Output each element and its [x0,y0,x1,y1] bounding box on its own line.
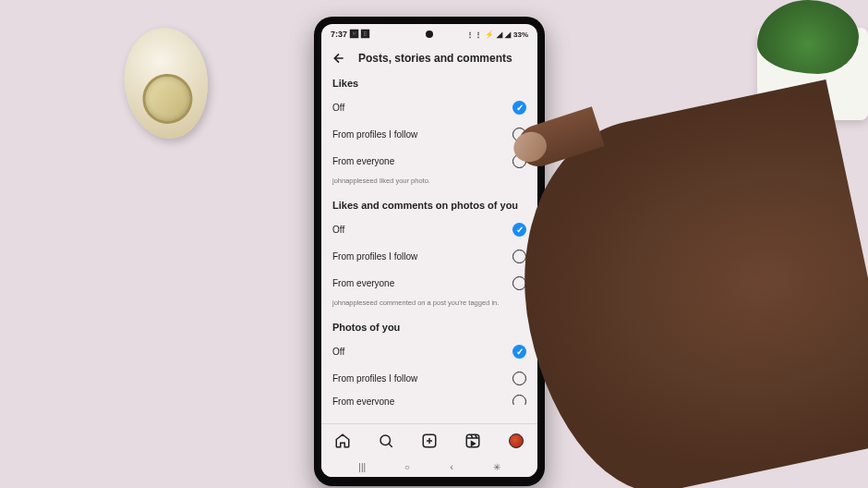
profile-avatar-icon [509,433,524,448]
reels-icon [464,433,481,449]
likes-comments-option-off[interactable]: Off [321,216,537,243]
likes-example-text: johnappleseed liked your photo. [321,175,537,194]
nav-search[interactable] [377,432,395,450]
phone-screen: 7:37 🅼 🅱 ⋮⋮ ⚡ ◢ ◢ 33% Posts, stories and… [321,24,537,477]
option-label: Off [332,225,344,235]
option-label: Off [332,103,344,113]
bottom-nav [321,423,537,457]
status-right: ⋮⋮ ⚡ ◢ ◢ 33% [466,30,528,39]
camera-hole [426,30,433,38]
nav-create[interactable] [420,432,439,450]
option-label: From everyone [332,278,394,288]
home-icon [334,433,351,449]
likes-comments-option-everyone[interactable]: From everyone [321,270,537,297]
radio-selected-icon[interactable] [512,345,526,359]
likes-option-everyone[interactable]: From everyone [321,148,537,175]
section-photos-header: Photos of you [321,316,537,338]
option-label: Off [332,347,344,357]
plant-leaves [757,0,859,74]
option-label: From profiles I follow [332,129,417,140]
page-title: Posts, stories and comments [358,52,512,65]
radio-selected-icon[interactable] [512,223,526,237]
photos-option-everyone[interactable]: From everyone [321,392,537,405]
photos-option-off[interactable]: Off [321,338,537,365]
search-icon [378,433,394,449]
radio-icon[interactable] [512,395,526,405]
option-label: From profiles I follow [332,373,417,384]
desk-clock-prop [120,24,212,141]
svg-point-0 [380,435,391,445]
soft-key-accessibility[interactable]: ✳ [483,462,511,472]
section-likes-comments-header: Likes and comments on photos of you [321,194,537,216]
arrow-left-icon [332,51,346,66]
header: Posts, stories and comments [321,44,537,76]
settings-content[interactable]: Likes Off From profiles I follow From ev… [321,76,537,423]
soft-key-home[interactable]: ○ [393,462,421,472]
likes-option-following[interactable]: From profiles I follow [321,121,537,148]
soft-key-recent[interactable]: ||| [348,462,376,472]
radio-selected-icon[interactable] [512,101,526,115]
section-likes-header: Likes [321,76,537,94]
back-button[interactable] [331,50,347,67]
plus-square-icon [421,433,438,449]
android-soft-keys: ||| ○ ‹ ✳ [321,457,537,477]
status-left-icons: 🅼 🅱 [350,30,370,39]
option-label: From profiles I follow [332,251,417,262]
clock-face [140,72,195,127]
phone-device: 7:37 🅼 🅱 ⋮⋮ ⚡ ◢ ◢ 33% Posts, stories and… [314,17,545,486]
radio-icon[interactable] [512,372,526,385]
status-time: 7:37 🅼 🅱 [331,30,370,39]
likes-comments-option-following[interactable]: From profiles I follow [321,243,537,270]
nav-home[interactable] [333,432,352,450]
nav-reels[interactable] [464,432,482,450]
soft-key-back[interactable]: ‹ [438,462,465,472]
photos-option-following[interactable]: From profiles I follow [321,365,537,392]
status-signal-icons: ⋮⋮ ⚡ ◢ ◢ [466,30,512,39]
option-label: From everyone [332,396,394,405]
likes-comments-example-text: johnappleseed commented on a post you're… [321,297,537,316]
status-battery: 33% [513,30,528,39]
likes-option-off[interactable]: Off [321,94,537,121]
nav-profile[interactable] [507,432,525,450]
option-label: From everyone [332,156,394,166]
